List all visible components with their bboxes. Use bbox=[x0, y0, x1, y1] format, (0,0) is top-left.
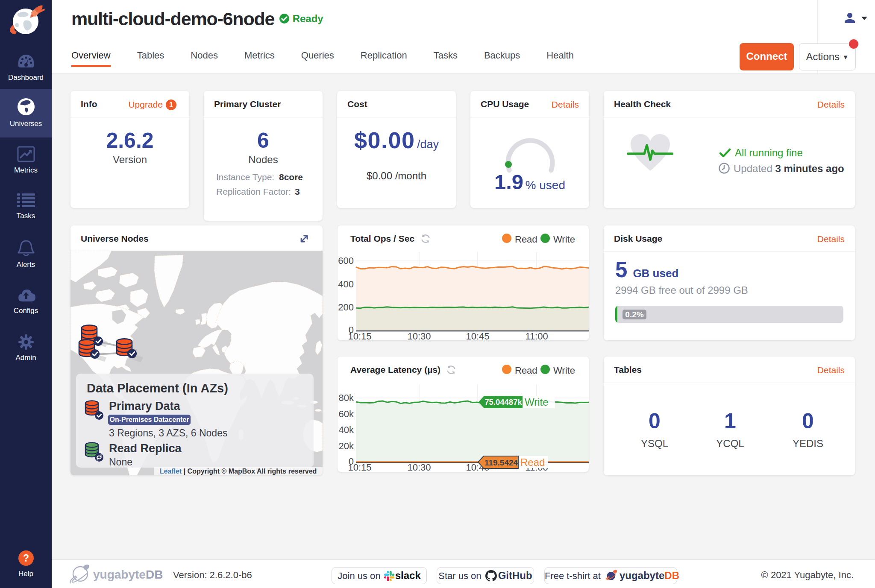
svg-text:11:00: 11:00 bbox=[525, 331, 548, 340]
svg-text:20k: 20k bbox=[339, 441, 354, 451]
svg-text:200: 200 bbox=[338, 302, 354, 313]
svg-text:60k: 60k bbox=[339, 409, 354, 419]
svg-text:400: 400 bbox=[338, 279, 354, 290]
svg-text:Write: Write bbox=[525, 396, 549, 408]
svg-text:600: 600 bbox=[338, 255, 354, 266]
svg-text:?: ? bbox=[23, 553, 29, 564]
svg-text:10:45: 10:45 bbox=[466, 331, 489, 340]
svg-text:119.5424: 119.5424 bbox=[484, 458, 518, 467]
svg-text:10:15: 10:15 bbox=[348, 462, 371, 472]
svg-text:10:15: 10:15 bbox=[348, 331, 371, 340]
svg-text:80k: 80k bbox=[339, 392, 354, 403]
svg-text:75.04487k: 75.04487k bbox=[484, 398, 522, 407]
svg-text:10:30: 10:30 bbox=[407, 331, 431, 340]
svg-text:Read: Read bbox=[520, 456, 545, 468]
svg-text:40k: 40k bbox=[339, 424, 354, 435]
svg-text:10:30: 10:30 bbox=[407, 462, 431, 472]
